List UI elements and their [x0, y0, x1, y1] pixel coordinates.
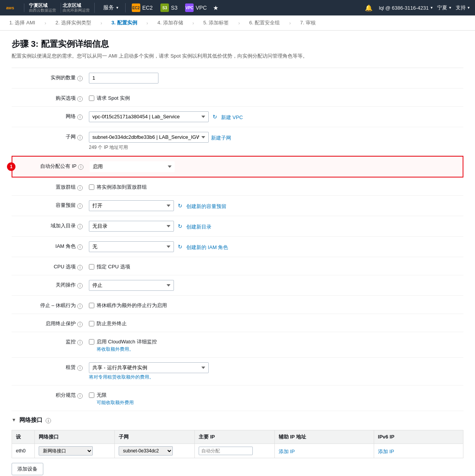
- add-device-button[interactable]: 添加设备: [12, 463, 43, 475]
- region-chevron-icon: ▼: [448, 6, 452, 10]
- credit-spec-note[interactable]: 可能收取额外费用: [97, 399, 134, 406]
- notifications-button[interactable]: 🔔: [363, 4, 375, 12]
- auto-ip-select[interactable]: 启用: [90, 161, 175, 172]
- aws-logo: aws: [5, 3, 24, 12]
- capacity-reserve-refresh-button[interactable]: ↻: [176, 202, 184, 210]
- hibernate-label: 停止 – 休眠行为: [40, 302, 76, 309]
- termination-protect-label: 启用终止保护: [46, 320, 76, 327]
- monitoring-info-icon[interactable]: i: [77, 340, 83, 345]
- step-6[interactable]: 6. 配置安全组: [249, 19, 280, 26]
- subnet-info-icon[interactable]: i: [77, 135, 83, 140]
- placement-group-checkbox-label[interactable]: 将实例添加到置放群组: [89, 182, 147, 191]
- new-iam-button[interactable]: 创建新的 IAM 角色: [186, 242, 228, 251]
- cpu-options-checkbox[interactable]: [89, 264, 94, 270]
- monitoring-note[interactable]: 将收取额外费用。: [97, 346, 134, 353]
- top-nav: aws 宁夏区域 由西云数据运营 北京区域 由光环新网运营 服务 ▼ EC2 E…: [0, 0, 475, 15]
- credit-spec-info-icon[interactable]: i: [77, 393, 83, 399]
- cpu-options-checkbox-label[interactable]: 指定 CPU 选项: [89, 262, 130, 270]
- network-row: 网络 i vpc-0f15c25171a380454 | Lab_Service…: [12, 107, 463, 127]
- subnet-select[interactable]: subnet-0e334dc2dbfbe33b6 | LAB_Service_I…: [89, 132, 209, 143]
- hibernate-checkbox[interactable]: [89, 303, 94, 308]
- eni-section-header[interactable]: ▼ 网络接口 i: [12, 411, 463, 428]
- credit-spec-row: 积分规范 i 无限 可能收取额外费用: [12, 386, 463, 411]
- eni-toggle-icon: ▼: [12, 417, 16, 423]
- iam-role-select[interactable]: 无: [89, 241, 174, 252]
- services-menu-button[interactable]: 服务 ▼: [99, 4, 123, 11]
- iam-role-refresh-button[interactable]: ↻: [176, 243, 184, 251]
- ec2-nav-button[interactable]: EC2 EC2: [128, 2, 157, 14]
- shutdown-label: 关闭操作: [56, 282, 76, 288]
- step-1[interactable]: 1. 选择 AMI: [9, 19, 35, 26]
- svg-text:aws: aws: [6, 5, 14, 10]
- termination-protect-info-icon[interactable]: i: [77, 322, 83, 327]
- vpc-nav-button[interactable]: VPC VPC: [181, 2, 211, 14]
- shutdown-row: 关闭操作 i 停止: [12, 275, 463, 296]
- placement-group-info-icon[interactable]: i: [77, 185, 83, 191]
- eni-ip-input[interactable]: [199, 447, 253, 455]
- new-directory-button[interactable]: 创建新目录: [186, 222, 211, 230]
- user-menu[interactable]: lql @ 6386-3116-4231 ▼: [379, 5, 433, 11]
- cpu-options-info-icon[interactable]: i: [77, 265, 83, 270]
- spot-instance-checkbox[interactable]: [89, 96, 94, 101]
- vpc-icon: VPC: [185, 3, 194, 12]
- monitoring-checkbox-label[interactable]: 启用 CloudWatch 详细监控: [89, 337, 157, 345]
- purchase-option-label: 购买选项: [56, 95, 76, 102]
- region-selector[interactable]: 宁夏 ▼: [437, 4, 452, 11]
- domain-join-select[interactable]: 无目录: [89, 221, 174, 232]
- spot-instance-checkbox-label[interactable]: 请求 Spot 实例: [89, 93, 130, 102]
- capacity-reserve-select[interactable]: 打开: [89, 200, 174, 211]
- placement-group-checkbox[interactable]: [89, 184, 94, 190]
- eni-aux-ip-button[interactable]: 添加 IP: [279, 447, 295, 455]
- domain-join-info-icon[interactable]: i: [77, 224, 83, 229]
- network-info-icon[interactable]: i: [77, 114, 83, 120]
- iam-role-info-icon[interactable]: i: [77, 244, 83, 250]
- region-ningxia: 宁夏区域 由西云数据运营: [29, 3, 61, 13]
- step-7[interactable]: 7. 审核: [300, 19, 316, 26]
- new-subnet-button[interactable]: 新建子网: [211, 133, 231, 142]
- termination-protect-checkbox[interactable]: [89, 321, 94, 326]
- shutdown-select[interactable]: 停止: [89, 280, 174, 291]
- shutdown-info-icon[interactable]: i: [77, 283, 83, 288]
- auto-ip-info-icon[interactable]: i: [78, 164, 83, 170]
- services-chevron-icon: ▼: [116, 6, 119, 10]
- purchase-option-info-icon[interactable]: i: [77, 96, 83, 102]
- tenancy-info-icon[interactable]: i: [77, 365, 83, 371]
- monitoring-checkbox-text: 启用 CloudWatch 详细监控: [97, 338, 157, 345]
- auto-ip-label: 自动分配公有 IP: [40, 163, 77, 170]
- tenancy-note[interactable]: 将对专用租赁收取额外的费用。: [89, 374, 154, 380]
- step-5[interactable]: 5. 添加标签: [203, 19, 229, 26]
- step-4[interactable]: 4. 添加存储: [157, 19, 183, 26]
- favorites-star-button[interactable]: ★: [211, 4, 221, 12]
- cpu-options-label: CPU 选项: [54, 263, 76, 270]
- eni-subnet-select[interactable]: subnet-0e334dc2: [119, 446, 173, 456]
- cpu-options-row: CPU 选项 i 指定 CPU 选项: [12, 257, 463, 275]
- eni-info-icon[interactable]: i: [46, 418, 51, 423]
- instance-count-info-icon[interactable]: i: [77, 76, 83, 81]
- credit-spec-checkbox[interactable]: [89, 392, 94, 398]
- s3-nav-button[interactable]: S3 S3: [157, 2, 181, 14]
- placement-group-row: 置放群组 i 将实例添加到置放群组: [12, 177, 463, 196]
- hibernate-info-icon[interactable]: i: [77, 304, 83, 309]
- auto-ip-row: 自动分配公有 IP i 启用: [12, 156, 463, 177]
- capacity-reserve-row: 容量预留 i 打开 ↻ 创建新的容量预留: [12, 196, 463, 216]
- termination-protect-checkbox-label[interactable]: 防止意外终止: [89, 319, 127, 327]
- new-capacity-button[interactable]: 创建新的容量预留: [186, 201, 226, 210]
- credit-spec-checkbox-label[interactable]: 无限: [89, 390, 107, 399]
- domain-join-refresh-button[interactable]: ↻: [176, 222, 184, 230]
- instance-count-input[interactable]: [89, 73, 158, 84]
- network-select[interactable]: vpc-0f15c25171a380454 | Lab_Service: [89, 111, 209, 122]
- hibernate-checkbox-label[interactable]: 将休眠作为额外的停止行为启用: [89, 300, 167, 309]
- eni-ipv6-button[interactable]: 添加 IP: [378, 447, 394, 455]
- support-menu[interactable]: 支持 ▼: [456, 4, 470, 11]
- step-3[interactable]: 3. 配置实例: [111, 19, 137, 26]
- new-vpc-button[interactable]: 新建 VPC: [221, 113, 243, 121]
- monitoring-checkbox[interactable]: [89, 339, 94, 345]
- network-refresh-button[interactable]: ↻: [211, 113, 219, 121]
- hibernate-checkbox-text: 将休眠作为额外的停止行为启用: [97, 302, 167, 309]
- eni-nic-select[interactable]: 新网络接口: [39, 446, 93, 456]
- eni-table: 设 网络接口 子网 主要 IP 辅助 IP 地址 IPv6 IP eth0 新网…: [12, 430, 463, 458]
- capacity-reserve-info-icon[interactable]: i: [77, 203, 83, 209]
- step-2[interactable]: 2. 选择实例类型: [56, 19, 91, 26]
- tenancy-select[interactable]: 共享 - 运行共享硬件实例: [89, 362, 209, 373]
- eni-col-aux: 辅助 IP 地址: [274, 430, 374, 444]
